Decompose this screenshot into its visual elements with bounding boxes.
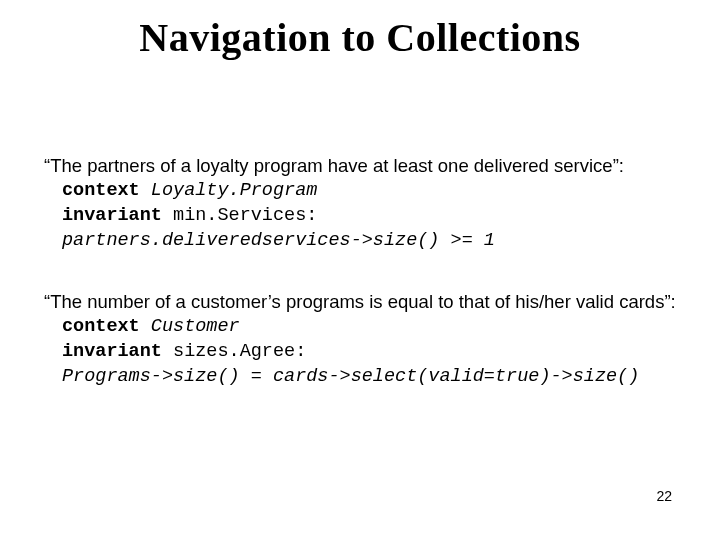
example-block-1: “The partners of a loyalty program have …	[44, 154, 684, 254]
code-italic: Loyalty.Program	[140, 180, 318, 201]
slide-title: Navigation to Collections	[0, 14, 720, 61]
code-keyword: invariant	[62, 205, 162, 226]
code-italic: Customer	[140, 316, 240, 337]
example-block-2: “The number of a customer’s programs is …	[44, 290, 684, 390]
code-keyword: context	[62, 316, 140, 337]
slide-body: “The partners of a loyalty program have …	[44, 154, 684, 426]
page-number: 22	[656, 488, 672, 504]
example-2-code: context Customer invariant sizes.Agree: …	[62, 315, 684, 390]
code-text: sizes.Agree:	[162, 341, 306, 362]
example-1-intro: “The partners of a loyalty program have …	[44, 154, 684, 179]
code-keyword: invariant	[62, 341, 162, 362]
code-italic: Programs->size() = cards->select(valid=t…	[62, 366, 639, 387]
code-text: min.Services:	[162, 205, 317, 226]
code-keyword: context	[62, 180, 140, 201]
example-1-code: context Loyalty.Program invariant min.Se…	[62, 179, 684, 254]
code-italic: partners.deliveredservices->size() >= 1	[62, 230, 495, 251]
example-2-intro: “The number of a customer’s programs is …	[44, 290, 684, 315]
slide: Navigation to Collections “The partners …	[0, 14, 720, 540]
